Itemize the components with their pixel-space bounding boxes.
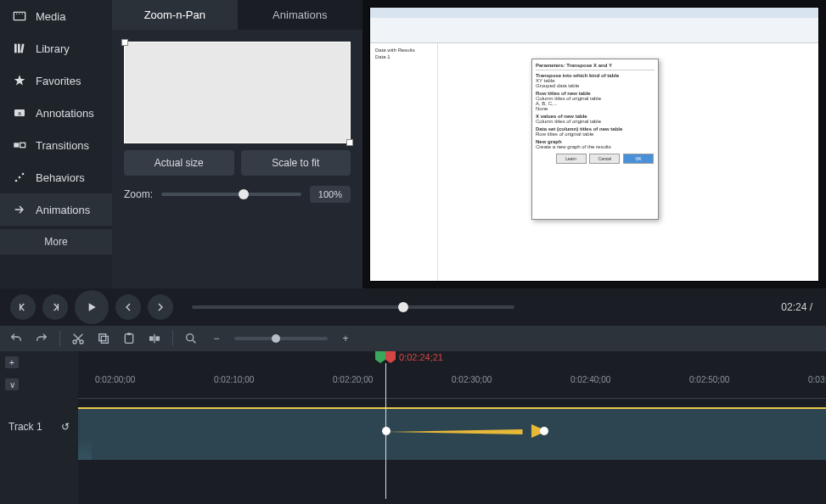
svg-line-26 [193,340,195,343]
skip-back-button[interactable] [115,294,141,320]
library-icon [12,41,27,56]
tab-zoom-n-pan[interactable]: Zoom-n-Pan [112,0,238,30]
svg-point-11 [15,180,18,182]
app-root: Media Library Favorites a Annotations Tr… [0,0,826,504]
playhead-in-marker[interactable] [375,351,385,363]
track-expand-button[interactable]: ∨ [5,378,19,390]
dialog-option: Row titles of original table [536,132,655,137]
sidebar-item-annotations[interactable]: a Annotations [0,97,112,129]
arrow-body [385,429,530,434]
timeline-ruler[interactable]: 0:02:00;00 0:02:10;00 0:02:20;00 0:02:30… [78,375,826,399]
zoom-value[interactable]: 100% [310,186,351,203]
svg-rect-19 [99,334,106,341]
svg-rect-22 [149,336,154,340]
track-lock-icon[interactable]: ↺ [61,421,70,433]
paste-button[interactable] [121,331,137,346]
skip-forward-button[interactable] [148,294,173,320]
next-frame-button[interactable] [42,294,68,320]
split-button[interactable] [147,331,162,346]
preview-nav: Data with Results Data 1 [370,43,438,281]
sidebar-label: Favorites [36,75,81,87]
undo-button[interactable] [8,331,24,346]
sidebar-item-favorites[interactable]: Favorites [0,64,112,97]
actual-size-button[interactable]: Actual size [124,150,234,176]
svg-text:a: a [18,110,21,116]
svg-rect-5 [18,44,20,53]
zoom-plus-button[interactable]: + [338,331,353,346]
ruler-tick: 0:02:00;00 [95,375,135,384]
add-track-button[interactable]: + [5,356,19,368]
animation-start-keyframe[interactable] [382,427,391,435]
tab-animations[interactable]: Animations [238,0,363,30]
track-body[interactable]: 0:02:24;21 0:02:00;00 0:02:10;00 0:02:20… [78,351,826,504]
animation-end-keyframe[interactable] [540,427,548,435]
svg-rect-21 [127,333,131,335]
zoom-minus-button[interactable]: − [209,331,224,346]
svg-rect-4 [14,44,17,53]
svg-point-13 [22,173,25,176]
ruler-tick: 0:02:40;00 [570,375,610,384]
svg-rect-20 [125,334,132,344]
sidebar-more[interactable]: More [0,229,112,255]
zoom-slider[interactable] [161,193,301,196]
svg-rect-9 [14,143,19,147]
track-header-column: + ∨ Track 1 ↺ [0,351,78,504]
svg-rect-15 [58,304,59,311]
ruler-tick: 0:02:20;00 [333,375,373,384]
sidebar-item-animations[interactable]: Animations [0,193,112,226]
sidebar-item-transitions[interactable]: Transitions [0,129,112,161]
ruler-tick: 0:02:10;00 [214,375,254,384]
track-row-1[interactable] [78,399,826,468]
dialog-option: Grouped data table [536,83,655,88]
timecode-display: 02:24 / [781,301,816,313]
top-area: Media Library Favorites a Annotations Tr… [0,0,826,288]
dialog-option: None [536,106,655,111]
nav-section: Data with Results [374,47,434,53]
svg-point-3 [22,14,23,14]
timeline-toolbar: − + [0,326,826,351]
redo-button[interactable] [34,331,49,346]
preview-dialog: Parameters: Transpose X and Y Transpose … [531,59,659,220]
properties-panel: Zoom-n-Pan Animations Actual size Scale … [112,0,362,288]
preview-canvas[interactable]: Data with Results Data 1 Parameters: Tra… [362,0,826,288]
annotation-icon: a [12,105,27,120]
dialog-checkbox: Create a new graph of the results [536,144,655,149]
playhead-handle[interactable] [375,351,396,363]
animation-arrow[interactable] [385,424,547,438]
sidebar-item-media[interactable]: Media [0,0,112,32]
waveform [78,417,92,460]
sidebar-item-behaviors[interactable]: Behaviors [0,161,112,193]
zoom-slider-knob[interactable] [239,189,249,199]
play-button[interactable] [75,290,109,324]
prev-frame-button[interactable] [10,294,36,320]
svg-point-1 [16,14,17,14]
panel-tabs: Zoom-n-Pan Animations [112,0,362,30]
transport-bar: 02:24 / [0,288,826,326]
timeline: + ∨ Track 1 ↺ 0:02:24;21 0:02:00;00 0:0 [0,351,826,504]
svg-point-12 [19,176,21,179]
sidebar: Media Library Favorites a Annotations Tr… [0,0,112,288]
zoom-thumbnail[interactable] [124,42,351,143]
scrub-knob[interactable] [398,302,408,312]
sidebar-label: Behaviors [36,171,85,184]
track1-label[interactable]: Track 1 ↺ [0,395,78,433]
scale-to-fit-button[interactable]: Scale to fit [241,150,351,176]
scrub-bar[interactable] [192,305,514,309]
track-controls: ∨ [0,373,78,395]
cut-button[interactable] [70,331,86,346]
svg-point-25 [187,334,194,341]
sidebar-label: Annotations [36,107,94,120]
transition-icon [12,137,27,153]
timeline-zoom-knob[interactable] [272,334,280,343]
media-icon [12,8,27,24]
playhead-out-marker[interactable] [385,351,396,363]
ruler-tick: 0:03:00;00 [808,375,826,384]
timeline-zoom-slider[interactable] [234,337,328,340]
svg-rect-10 [20,143,25,147]
divider [172,331,173,346]
sidebar-item-library[interactable]: Library [0,32,112,64]
copy-button[interactable] [96,331,111,346]
sidebar-label: Media [36,10,65,23]
nav-item: Data 1 [374,53,434,60]
playhead[interactable]: 0:02:24;21 [375,351,443,363]
